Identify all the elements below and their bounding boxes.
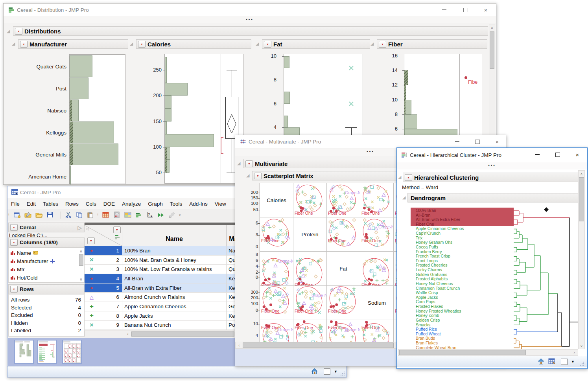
menu-graph[interactable]: Graph [144, 201, 166, 207]
table-panel-clipped-row[interactable]: Locked File C:\... [9, 232, 84, 237]
menu-doe[interactable]: DOE [100, 201, 118, 207]
thumbnail-multivariate[interactable] [62, 340, 82, 364]
column-item-manufacturer[interactable]: Manufacturer [10, 257, 77, 265]
histogram-bar[interactable] [165, 134, 214, 147]
matrix-scatter-cell[interactable]: Fiber OneGrape-Nu [260, 252, 293, 286]
menu-tools[interactable]: Tools [166, 201, 186, 207]
menu-file[interactable]: File [7, 201, 23, 207]
horizontal-scrollbar[interactable]: › [398, 349, 578, 356]
menu-view[interactable]: View [211, 201, 230, 207]
calories-header[interactable]: ▼ Calories [136, 39, 251, 49]
red-triangle-menu-icon[interactable]: ▼ [20, 41, 28, 48]
matrix-scatter-cell[interactable]: Fiber OneGrape-Nu [360, 217, 394, 252]
rows-panel-header[interactable]: ▼ Rows [8, 284, 85, 294]
dendrogram-header[interactable]: Dendrogram [407, 193, 578, 202]
row-state-marker-cell[interactable]: + [85, 302, 99, 311]
matrix-scatter-cell[interactable]: Fiber One [260, 217, 293, 252]
disclosure-icon[interactable]: ◢ [402, 195, 406, 200]
grid-corner-cell[interactable]: ◁▼▼ [85, 225, 122, 246]
dendrogram-leaf-label[interactable]: Puffed Rice [416, 327, 437, 332]
row-state-marker-cell[interactable]: + [85, 311, 99, 321]
histogram-bar[interactable] [165, 109, 171, 121]
row-state-marker-cell[interactable]: △ [85, 293, 99, 302]
column-item-name[interactable]: Name [10, 249, 77, 257]
scrollbar-thumb[interactable] [579, 177, 584, 221]
matrix-scatter-cell[interactable]: Fiber One [293, 183, 327, 217]
histogram-bar[interactable] [70, 144, 118, 165]
toolbar-calculator-button[interactable] [112, 211, 122, 219]
menu-rows[interactable]: Rows [62, 201, 82, 207]
dendrogram-leaf-label[interactable]: Cocoa Puffs [416, 245, 438, 250]
cell-name[interactable]: Apple Jacks [122, 311, 227, 321]
toolbar-paste-button[interactable] [86, 211, 95, 219]
disclosure-icon[interactable]: ◢ [370, 42, 374, 46]
close-button[interactable]: × [569, 149, 586, 160]
scrollbar-thumb[interactable] [79, 254, 83, 266]
outlier-x-marker[interactable] [348, 65, 354, 71]
cell-name[interactable]: All-Bran [122, 274, 227, 283]
red-triangle-menu-icon[interactable]: ▼ [10, 239, 18, 246]
manufacturer-header[interactable]: ▼ Manufacturer [18, 39, 128, 49]
toolbar-save-button[interactable] [45, 211, 55, 219]
scroll-up-icon[interactable]: ∧ [78, 248, 84, 253]
column-item-mfr[interactable]: Mfr [10, 265, 77, 273]
panel-expand-icon[interactable]: ▷ [78, 225, 82, 231]
cluster-count-slider-diamond[interactable] [544, 207, 549, 212]
row-number-cell[interactable]: 6 [99, 293, 122, 302]
toolbar-copy-button[interactable] [75, 211, 84, 219]
maximize-button[interactable] [457, 4, 474, 15]
histogram-bar[interactable] [165, 96, 171, 109]
red-triangle-menu-icon[interactable]: ▼ [15, 28, 22, 35]
toolbar-open-button[interactable] [34, 211, 44, 219]
window-list-button[interactable] [324, 368, 330, 375]
home-icon[interactable] [311, 368, 318, 376]
cell-name[interactable]: 100% Nat. Low Fat Granola w raisins [122, 265, 227, 274]
cell-name[interactable]: Banana Nut Crunch [122, 321, 227, 330]
row-number-cell[interactable]: 8 [99, 311, 122, 321]
menu-cols[interactable]: Cols [82, 201, 100, 207]
fiber-header[interactable]: ▼ Fiber [377, 39, 487, 49]
dendrogram-leaf-label[interactable]: Complete Wheat Bran [416, 346, 456, 349]
red-triangle-menu-icon[interactable]: ▼ [405, 174, 412, 181]
scroll-down-icon[interactable]: ∨ [78, 277, 84, 282]
row-number-cell[interactable]: 7 [99, 302, 122, 311]
row-number-cell[interactable]: 5 [99, 283, 122, 293]
collapse-icon[interactable]: ◁ [86, 226, 89, 231]
matrix-scatter-cell[interactable]: Fiber One [293, 252, 327, 286]
toolbar-edit-pencil-button[interactable] [167, 211, 177, 219]
cell-name[interactable]: Almond Crunch w Raisins [122, 293, 227, 302]
toolbar-workflow-button[interactable] [156, 211, 166, 219]
minimize-button[interactable] [529, 149, 546, 160]
histogram-bar[interactable] [284, 116, 288, 127]
matrix-scatter-cell[interactable]: Fiber One [360, 183, 394, 217]
distributions-outline-header[interactable]: ▼ Distributions [13, 26, 488, 36]
cluster-titlebar[interactable]: Cereal - Hierarchical Cluster - JMP Pro … [397, 148, 587, 162]
red-triangle-menu-icon[interactable]: ▼ [87, 237, 95, 244]
scroll-left-icon[interactable]: ‹ [125, 331, 131, 337]
scroll-left-icon[interactable]: ‹ [236, 342, 242, 348]
toolbar-window-layout-button[interactable] [123, 211, 133, 219]
row-number-cell[interactable]: 3 [99, 265, 122, 274]
row-state-marker-cell[interactable]: ● [85, 274, 99, 283]
histogram-bar[interactable] [404, 114, 417, 129]
menu-edit[interactable]: Edit [23, 201, 39, 207]
row-number-cell[interactable]: 4 [99, 274, 122, 283]
row-number-cell[interactable]: 2 [99, 256, 122, 265]
thumbnail-distribution[interactable] [14, 340, 34, 364]
matrix-scatter-cell[interactable]: Fiber One [327, 217, 360, 252]
resize-grip[interactable] [340, 370, 345, 377]
scrollbar-thumb[interactable] [490, 31, 494, 69]
close-button[interactable]: × [477, 4, 494, 15]
window-list-button[interactable] [561, 359, 568, 365]
matrix-scatter-cell[interactable]: Fiber One [260, 286, 293, 320]
dendrogram-leaf-label[interactable]: 100% Bran [416, 208, 436, 213]
distribution-titlebar[interactable]: Cereal - Distribution - JMP Pro × [4, 4, 496, 16]
dendrogram-leaf-label[interactable]: Honey Nut Cheerios [416, 282, 453, 286]
red-triangle-menu-icon[interactable]: ▼ [10, 286, 18, 293]
cluster-outline-header[interactable]: ▼ Hierarchical Clustering [403, 173, 578, 182]
scrollbar-thumb[interactable] [131, 331, 234, 337]
row-state-marker-cell[interactable]: × [85, 321, 99, 330]
menu-tables[interactable]: Tables [39, 201, 62, 207]
red-triangle-menu-icon[interactable]: ▼ [10, 224, 18, 231]
outlier-x-marker[interactable] [348, 101, 354, 107]
